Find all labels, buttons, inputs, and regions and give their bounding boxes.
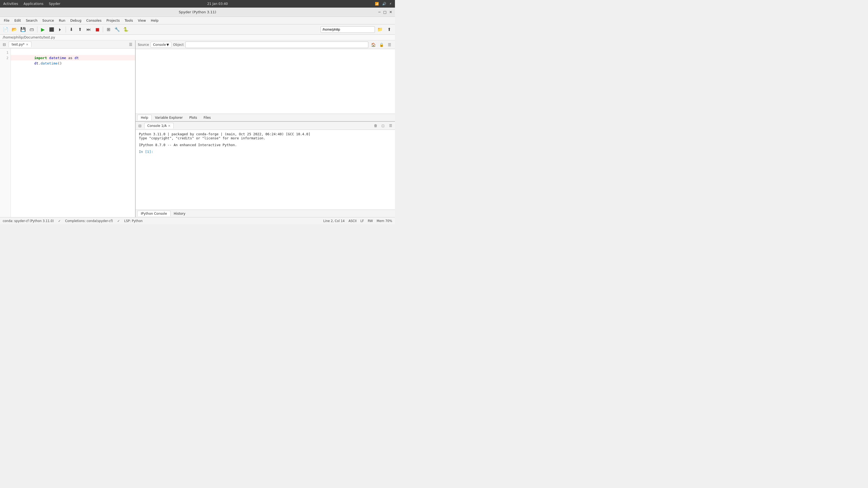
open-file-button[interactable]: 📂 [10, 26, 19, 33]
right-panel: Source Console ▼ Object 🏠 🔒 ☰ Help Varia… [135, 40, 395, 217]
code-dt: dt [34, 61, 38, 65]
help-panel: Source Console ▼ Object 🏠 🔒 ☰ Help Varia… [135, 40, 395, 122]
help-home-button[interactable]: 🏠 [370, 41, 376, 48]
console-spacer-1 [139, 140, 392, 143]
help-panel-icons: 🏠 🔒 ☰ [370, 41, 393, 48]
console-stop-button[interactable]: ◻ [380, 123, 386, 129]
step-into-button[interactable]: ⬇ [67, 26, 75, 33]
console-tab-close-button[interactable]: ✕ [168, 124, 170, 128]
menu-projects[interactable]: Projects [104, 18, 122, 23]
tab-help[interactable]: Help [137, 115, 152, 120]
applications-label[interactable]: Applications [24, 2, 43, 6]
tab-menu-button[interactable]: ☰ [127, 42, 134, 46]
browse-folder-button[interactable]: 📁 [376, 26, 384, 33]
status-completions-icon: ✓ [58, 219, 61, 223]
console-menu-button[interactable]: ☰ [388, 123, 394, 129]
console-tab-bar: ⊟ Console 1/A ✕ 🗑 ◻ ☰ [135, 122, 395, 130]
tab-variable-explorer[interactable]: Variable Explorer [152, 115, 186, 120]
menu-tools[interactable]: Tools [123, 18, 135, 23]
code-as: as [66, 56, 74, 60]
line-num-2: 2 [0, 55, 10, 61]
tab-ipython-console[interactable]: IPython Console [137, 210, 170, 216]
system-bar-right: 📶 🔊 ⚡ [375, 2, 392, 6]
breadcrumb: /home/philip/Documents/test.py [0, 35, 395, 40]
tab-switcher-button[interactable]: ⊟ [1, 41, 8, 48]
console-prompt-line: In [1]: [139, 150, 392, 154]
status-conda: conda: spyder-cf (Python 3.11.0) [3, 219, 54, 223]
run-selection-button[interactable]: ⏵ [56, 26, 64, 33]
help-bottom-tabs: Help Variable Explorer Plots Files [135, 113, 395, 121]
code-parens: () [58, 61, 62, 65]
stop-button[interactable]: ■ [93, 26, 101, 33]
toolbar: 📄 📂 💾 🗃 ▶ ⬛ ⏵ ⬇ ⬆ ⏭ ■ ⊞ 🔧 🐍 📁 ⬆ [0, 24, 395, 35]
step-up-button[interactable]: ⬆ [76, 26, 84, 33]
path-input[interactable] [321, 26, 375, 33]
menu-bar: File Edit Search Source Run Debug Consol… [0, 17, 395, 24]
console-content[interactable]: Python 3.11.0 | packaged by conda-forge … [135, 130, 395, 209]
menu-source[interactable]: Source [40, 18, 56, 23]
run-cell-button[interactable]: ⬛ [48, 26, 56, 33]
folder-up-button[interactable]: ⬆ [385, 26, 393, 33]
tab-plots[interactable]: Plots [186, 115, 200, 120]
menu-consoles[interactable]: Consoles [84, 18, 104, 23]
tab-history[interactable]: History [170, 211, 189, 216]
help-lock-button[interactable]: 🔒 [378, 41, 384, 48]
console-tab-switcher-button[interactable]: ⊟ [137, 123, 143, 129]
help-content [135, 49, 395, 113]
maximize-button[interactable]: □ [383, 10, 386, 14]
minimize-button[interactable]: ─ [378, 10, 380, 14]
dropdown-arrow-icon: ▼ [166, 43, 169, 46]
status-encoding: ASCII [348, 219, 357, 223]
status-bar-right: Line 2, Col 14 ASCII LF RW Mem 70% [323, 219, 392, 223]
keyword-import: import [34, 56, 47, 60]
save-all-button[interactable]: 🗃 [28, 26, 36, 33]
menu-file[interactable]: File [2, 18, 12, 23]
object-label: Object [173, 43, 184, 46]
tab-files[interactable]: Files [200, 115, 214, 120]
save-button[interactable]: 💾 [19, 26, 27, 33]
window-controls[interactable]: ─ □ ✕ [378, 10, 392, 14]
editor-tab-testpy[interactable]: test.py* ✕ [9, 41, 31, 47]
network-icon: 📶 [375, 2, 379, 6]
console-trash-button[interactable]: 🗑 [372, 123, 379, 129]
status-bar: conda: spyder-cf (Python 3.11.0) ✓ Compl… [0, 217, 395, 224]
tab-close-button[interactable]: ✕ [26, 43, 29, 46]
volume-icon: 🔊 [382, 2, 386, 6]
close-button[interactable]: ✕ [389, 10, 392, 14]
code-area[interactable]: import datetime as dt dt.datetime() [11, 48, 135, 217]
help-menu-button[interactable]: ☰ [386, 41, 393, 48]
console-spacer-2 [139, 147, 392, 150]
menu-run[interactable]: Run [57, 18, 67, 23]
menu-debug[interactable]: Debug [68, 18, 84, 23]
settings-button[interactable]: 🔧 [113, 26, 121, 33]
menu-edit[interactable]: Edit [12, 18, 23, 23]
spyder-label[interactable]: Spyder [49, 2, 60, 6]
editor-tabs: ⊟ test.py* ✕ ☰ [0, 40, 135, 48]
menu-help[interactable]: Help [149, 18, 161, 23]
console-panel: ⊟ Console 1/A ✕ 🗑 ◻ ☰ Python 3.11.0 | pa… [135, 122, 395, 217]
python-button[interactable]: 🐍 [122, 26, 130, 33]
console-tab-1[interactable]: Console 1/A ✕ [144, 123, 174, 129]
toolbar-separator-3 [103, 27, 103, 33]
status-lsp-icon: ✓ [117, 219, 120, 223]
console-dropdown-button[interactable]: Console ▼ [151, 42, 172, 48]
run-button[interactable]: ▶ [39, 26, 47, 33]
status-lsp: LSP: Python [124, 219, 143, 223]
line-num-1: 1 [0, 50, 10, 55]
new-file-button[interactable]: 📄 [2, 26, 10, 33]
console-bottom-tabs: IPython Console History [135, 209, 395, 217]
status-line-ending: LF [361, 219, 364, 223]
panel-toggle-button[interactable]: ⊞ [104, 26, 113, 33]
continue-button[interactable]: ⏭ [85, 26, 93, 33]
alias-dt: dt [74, 56, 79, 60]
console-icons: 🗑 ◻ ☰ [372, 123, 394, 129]
console-ipython-line: IPython 8.7.0 -- An enhanced Interactive… [139, 143, 392, 147]
toolbar-separator-1 [37, 27, 37, 33]
object-input[interactable] [185, 41, 368, 48]
main-content: ⊟ test.py* ✕ ☰ 1 2 import datetime as dt… [0, 40, 395, 217]
power-icon: ⚡ [390, 2, 392, 6]
menu-view[interactable]: View [135, 18, 148, 23]
activities-label[interactable]: Activities [3, 2, 18, 6]
system-time: 21 Jan 03:40 [207, 2, 228, 6]
menu-search[interactable]: Search [24, 18, 40, 23]
